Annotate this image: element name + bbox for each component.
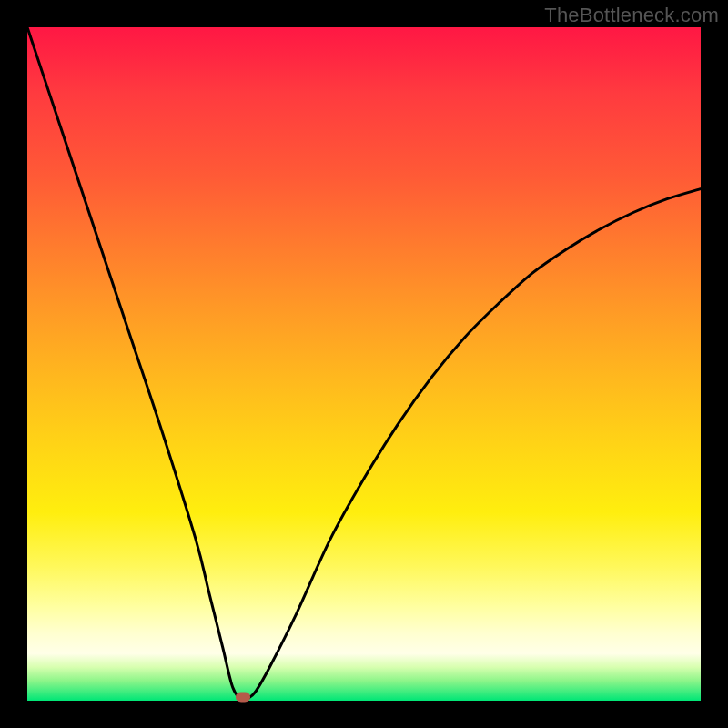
curve-svg xyxy=(27,27,701,701)
watermark-text: TheBottleneck.com xyxy=(544,4,719,27)
chart-frame: TheBottleneck.com xyxy=(0,0,728,728)
plot-area xyxy=(27,27,701,701)
bottleneck-curve xyxy=(27,27,701,702)
optimal-point-marker xyxy=(236,693,250,703)
